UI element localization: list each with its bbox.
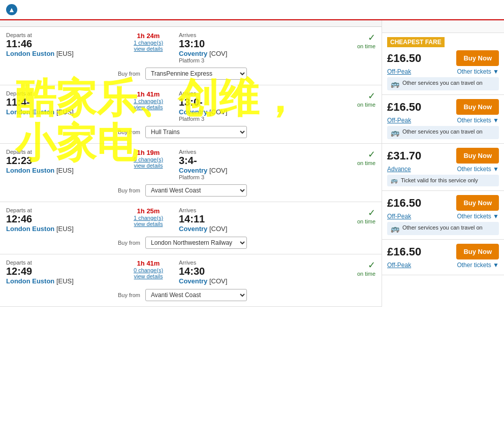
arrives-label: Arrives bbox=[179, 90, 330, 96]
view-details-link[interactable]: view details bbox=[118, 104, 179, 110]
arr-time: 3:4- bbox=[179, 155, 330, 167]
departs-at-label: Departs at bbox=[6, 259, 118, 266]
platform-label: Platform 3 bbox=[179, 174, 330, 180]
view-details-link[interactable]: view details bbox=[118, 163, 179, 169]
fare-type-link[interactable]: Off-Peak bbox=[387, 262, 411, 269]
fare-price: £16.50 bbox=[387, 52, 421, 65]
fare-price-row: £31.70 Buy Now bbox=[387, 148, 499, 164]
on-time-check: ✓ bbox=[330, 259, 375, 271]
on-time-text: on time bbox=[330, 102, 375, 108]
fare-block: £31.70 Buy Now Advance Other tickets ▼ 🚌… bbox=[382, 144, 504, 191]
services-box: 🚌 Other services you can travel on bbox=[387, 126, 499, 139]
buy-now-button[interactable]: Buy Now bbox=[456, 99, 499, 115]
other-tickets-link[interactable]: Other tickets ▼ bbox=[457, 166, 499, 173]
other-tickets-link[interactable]: Other tickets ▼ bbox=[457, 262, 499, 269]
fare-block: £16.50 Buy Now Off-Peak Other tickets ▼ … bbox=[382, 191, 504, 240]
buy-from-select[interactable]: Hull TrainsAvanti West Coast bbox=[145, 126, 247, 138]
arrives-col: Arrives 13:10 Coventry [COV] Platform 3 bbox=[179, 32, 330, 63]
buy-from-row: Buy from London Northwestern RailwayAvan… bbox=[6, 233, 375, 254]
train-row: Departs at 12:46 London Euston [EUS] 1h … bbox=[0, 202, 382, 254]
buy-now-button[interactable]: Buy Now bbox=[456, 50, 499, 66]
buy-from-select[interactable]: Avanti West Coast bbox=[145, 289, 247, 301]
arr-station: Coventry [COV] bbox=[179, 225, 330, 233]
buy-from-select[interactable]: Avanti West Coast bbox=[145, 184, 247, 197]
departs-col: Departs at 11:46 London Euston [EUS] bbox=[6, 32, 118, 57]
train-row: Departs at 11:46 London Euston [EUS] 1h … bbox=[0, 27, 382, 85]
fare-type-row: Off-Peak Other tickets ▼ bbox=[387, 262, 499, 269]
single-from-box bbox=[382, 20, 504, 33]
earlier-trains-button[interactable]: ▲ bbox=[6, 4, 20, 15]
on-time-check: ✓ bbox=[330, 90, 375, 102]
departs-col: Departs at 12:49 London Euston [EUS] bbox=[6, 259, 118, 285]
changes-link[interactable]: 1 change(s) bbox=[118, 40, 179, 46]
arr-time: 13:10 bbox=[179, 38, 330, 50]
train-row: Departs at 12:49 London Euston [EUS] 1h … bbox=[0, 254, 382, 307]
bus-icon: 🚌 bbox=[391, 80, 399, 88]
arr-station: Coventry [COV] bbox=[179, 167, 330, 174]
ticket-valid-text: Ticket valid for this service only bbox=[401, 177, 478, 183]
departs-at-label: Departs at bbox=[6, 32, 118, 38]
view-details-link[interactable]: view details bbox=[118, 273, 179, 279]
fare-blocks-container: CHEAPEST FARE £16.50 Buy Now Off-Peak Ot… bbox=[382, 33, 504, 275]
buy-from-row: Buy from Avanti West Coast bbox=[6, 180, 375, 202]
dep-time: 12:46 bbox=[6, 213, 118, 225]
buy-now-button[interactable]: Buy Now bbox=[456, 148, 499, 164]
duration-col: 1h 25m 1 change(s) view details bbox=[118, 207, 179, 227]
other-tickets-link[interactable]: Other tickets ▼ bbox=[457, 213, 499, 220]
dep-station: London Euston [EUS] bbox=[6, 108, 118, 116]
left-panel: Departs at 11:46 London Euston [EUS] 1h … bbox=[0, 20, 382, 307]
fare-price-row: £16.50 Buy Now bbox=[387, 50, 499, 66]
status-col: ✓ on time bbox=[330, 32, 375, 49]
fare-type-row: Advance Other tickets ▼ bbox=[387, 166, 499, 173]
arr-time: 14:11 bbox=[179, 213, 330, 225]
buy-from-label: Buy from bbox=[118, 292, 140, 298]
dep-station: London Euston [EUS] bbox=[6, 277, 118, 285]
duration-time: 1h 41m bbox=[118, 90, 179, 98]
bus-icon: 🚌 bbox=[391, 224, 399, 233]
buy-from-row: Buy from Hull TrainsAvanti West Coast bbox=[6, 122, 375, 143]
duration-col: 1h 19m 0 change(s) view details bbox=[118, 149, 179, 169]
dep-time: 11:4- bbox=[6, 96, 118, 108]
fare-block: £16.50 Buy Now Off-Peak Other tickets ▼ … bbox=[382, 95, 504, 144]
view-details-link[interactable]: view details bbox=[118, 46, 179, 52]
train-row: Departs at 11:4- London Euston [EUS] 1h … bbox=[0, 85, 382, 144]
top-bar: ▲ bbox=[0, 0, 504, 20]
changes-link[interactable]: 0 change(s) bbox=[118, 156, 179, 163]
status-col: ✓ on time bbox=[330, 259, 375, 277]
bus-icon: 🚌 bbox=[391, 128, 399, 137]
fare-type-link[interactable]: Off-Peak bbox=[387, 213, 411, 220]
departs-col: Departs at 12:46 London Euston [EUS] bbox=[6, 207, 118, 233]
other-tickets-link[interactable]: Other tickets ▼ bbox=[457, 117, 499, 124]
buy-from-select[interactable]: London Northwestern RailwayAvanti West C… bbox=[145, 237, 247, 249]
changes-link[interactable]: 1 change(s) bbox=[118, 98, 179, 104]
on-time-check: ✓ bbox=[330, 32, 375, 43]
arrives-label: Arrives bbox=[179, 207, 330, 213]
on-time-text: on time bbox=[330, 43, 375, 49]
on-time-text: on time bbox=[330, 271, 375, 277]
status-col: ✓ on time bbox=[330, 149, 375, 166]
arr-station: Coventry [COV] bbox=[179, 108, 330, 116]
buy-now-button[interactable]: Buy Now bbox=[456, 195, 499, 211]
train-row: Departs at 12:23 London Euston [EUS] 1h … bbox=[0, 144, 382, 202]
fare-type-link[interactable]: Advance bbox=[387, 166, 411, 173]
other-tickets-link[interactable]: Other tickets ▼ bbox=[457, 68, 499, 75]
platform-label: Platform 3 bbox=[179, 116, 330, 122]
dep-station: London Euston [EUS] bbox=[6, 50, 118, 57]
view-details-link[interactable]: view details bbox=[118, 221, 179, 227]
buy-now-button[interactable]: Buy Now bbox=[456, 244, 499, 259]
fare-type-link[interactable]: Off-Peak bbox=[387, 117, 411, 124]
on-time-text: on time bbox=[330, 160, 375, 166]
fare-price: £16.50 bbox=[387, 197, 421, 210]
changes-link[interactable]: 1 change(s) bbox=[118, 215, 179, 221]
services-text: Other services you can travel on bbox=[402, 128, 483, 135]
arr-time: 13:0- bbox=[179, 96, 330, 108]
duration-time: 1h 19m bbox=[118, 149, 179, 156]
departs-col: Departs at 12:23 London Euston [EUS] bbox=[6, 149, 118, 174]
fare-type-link[interactable]: Off-Peak bbox=[387, 68, 411, 75]
on-time-text: on time bbox=[330, 218, 375, 224]
duration-time: 1h 41m bbox=[118, 259, 179, 267]
ticket-valid-box: 🚌 Ticket valid for this service only bbox=[387, 175, 499, 186]
changes-link[interactable]: 0 change(s) bbox=[118, 267, 179, 273]
buy-from-select[interactable]: TransPennine ExpressAvanti West CoastLon… bbox=[145, 68, 247, 80]
fare-price: £16.50 bbox=[387, 101, 421, 114]
